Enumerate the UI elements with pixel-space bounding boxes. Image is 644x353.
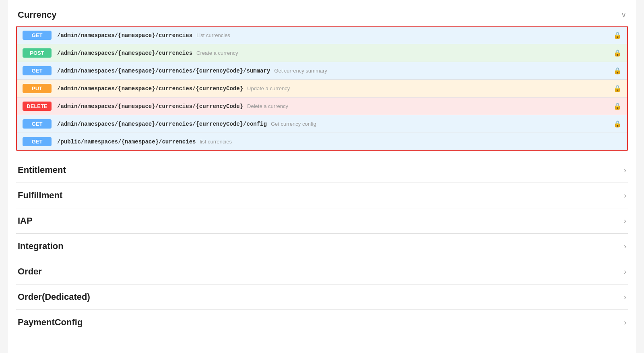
lock-icon-2: 🔒 <box>613 67 621 75</box>
endpoint-row-5[interactable]: GET/admin/namespaces/{namespace}/currenc… <box>17 115 627 133</box>
collapsed-section-chevron-4: › <box>624 268 626 276</box>
collapsed-section-chevron-6: › <box>624 318 626 327</box>
collapsed-section-chevron-1: › <box>624 191 626 200</box>
lock-icon-4: 🔒 <box>613 102 621 110</box>
method-badge-4: DELETE <box>23 102 52 111</box>
endpoint-path-3: /admin/namespaces/{namespace}/currencies… <box>57 85 243 92</box>
method-badge-2: GET <box>23 66 52 75</box>
endpoint-desc-1: Create a currency <box>196 50 238 56</box>
endpoint-row-4[interactable]: DELETE/admin/namespaces/{namespace}/curr… <box>17 98 627 115</box>
collapsed-section-2[interactable]: IAP› <box>16 208 628 234</box>
collapsed-section-3[interactable]: Integration› <box>16 234 628 259</box>
currency-chevron: ∨ <box>621 10 626 19</box>
lock-icon-3: 🔒 <box>613 85 621 92</box>
collapsed-section-1[interactable]: Fulfillment› <box>16 183 628 208</box>
currency-section-header[interactable]: Currency ∨ <box>16 4 628 26</box>
collapsed-section-5[interactable]: Order(Dedicated)› <box>16 284 628 310</box>
currency-title: Currency <box>18 10 57 20</box>
collapsed-section-title-2: IAP <box>18 216 33 226</box>
endpoint-path-1: /admin/namespaces/{namespace}/currencies <box>57 50 192 56</box>
collapsed-section-title-5: Order(Dedicated) <box>18 292 90 302</box>
collapsed-section-chevron-3: › <box>624 242 626 251</box>
collapsed-section-title-4: Order <box>18 266 42 277</box>
method-badge-3: PUT <box>23 84 52 93</box>
collapsed-section-0[interactable]: Entitlement› <box>16 158 628 183</box>
endpoint-path-2: /admin/namespaces/{namespace}/currencies… <box>57 68 270 74</box>
collapsed-section-title-0: Entitlement <box>18 165 66 175</box>
endpoint-row-1[interactable]: POST/admin/namespaces/{namespace}/curren… <box>17 44 627 62</box>
endpoint-desc-3: Update a currency <box>247 85 290 91</box>
lock-icon-0: 🔒 <box>613 31 621 39</box>
endpoint-desc-6: list currencies <box>200 139 231 145</box>
collapsed-sections-container: Entitlement›Fulfillment›IAP›Integration›… <box>16 158 628 335</box>
endpoint-path-0: /admin/namespaces/{namespace}/currencies <box>57 32 192 39</box>
endpoint-row-0[interactable]: GET/admin/namespaces/{namespace}/currenc… <box>17 27 627 44</box>
collapsed-section-title-6: PaymentConfig <box>18 317 83 328</box>
endpoint-row-3[interactable]: PUT/admin/namespaces/{namespace}/currenc… <box>17 80 627 98</box>
method-badge-6: GET <box>23 137 52 146</box>
collapsed-section-title-1: Fulfillment <box>18 190 62 201</box>
endpoint-desc-0: List currencies <box>196 32 230 38</box>
main-container: Currency ∨ GET/admin/namespaces/{namespa… <box>8 0 636 353</box>
collapsed-section-chevron-5: › <box>624 293 626 301</box>
endpoint-row-6[interactable]: GET/public/namespaces/{namespace}/curren… <box>17 133 627 150</box>
method-badge-1: POST <box>23 48 52 58</box>
collapsed-section-6[interactable]: PaymentConfig› <box>16 310 628 335</box>
endpoint-desc-2: Get currency summary <box>274 68 327 74</box>
method-badge-5: GET <box>23 119 52 129</box>
endpoint-path-5: /admin/namespaces/{namespace}/currencies… <box>57 121 267 127</box>
currency-endpoints-box: GET/admin/namespaces/{namespace}/currenc… <box>16 26 628 151</box>
endpoint-desc-4: Delete a currency <box>247 103 288 109</box>
lock-icon-1: 🔒 <box>613 49 621 57</box>
collapsed-section-title-3: Integration <box>18 241 64 251</box>
collapsed-section-4[interactable]: Order› <box>16 259 628 284</box>
collapsed-section-chevron-0: › <box>624 166 626 174</box>
endpoint-desc-5: Get currency config <box>271 121 316 127</box>
endpoint-row-2[interactable]: GET/admin/namespaces/{namespace}/currenc… <box>17 62 627 80</box>
endpoint-path-4: /admin/namespaces/{namespace}/currencies… <box>57 103 243 110</box>
endpoint-path-6: /public/namespaces/{namespace}/currencie… <box>57 139 196 145</box>
collapsed-section-chevron-2: › <box>624 217 626 225</box>
method-badge-0: GET <box>23 31 52 40</box>
lock-icon-5: 🔒 <box>613 120 621 128</box>
